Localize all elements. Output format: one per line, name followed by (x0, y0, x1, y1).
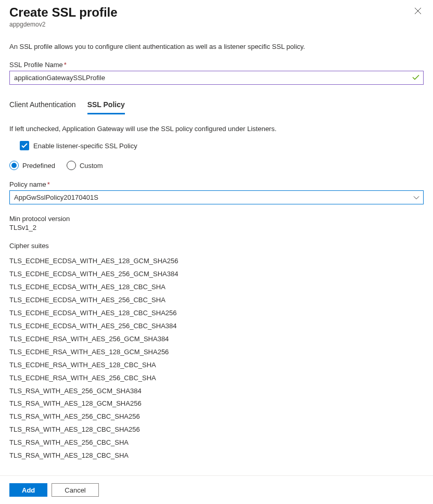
profile-name-label: SSL Profile Name* (9, 61, 424, 69)
cipher-suite-item: TLS_ECDHE_ECDSA_WITH_AES_256_CBC_SHA (9, 294, 424, 307)
policy-name-select[interactable]: AppGwSslPolicy20170401S (9, 190, 424, 204)
add-button[interactable]: Add (9, 483, 47, 497)
policy-name-label: Policy name* (9, 180, 424, 188)
radio-icon (67, 161, 76, 170)
radio-icon (9, 161, 19, 170)
checkmark-icon (412, 74, 419, 82)
cipher-suite-item: TLS_ECDHE_ECDSA_WITH_AES_256_GCM_SHA384 (9, 268, 424, 281)
page-title: Create SSL profile (9, 5, 118, 20)
checkmark-icon (21, 142, 28, 150)
cipher-suite-item: TLS_RSA_WITH_AES_256_GCM_SHA384 (9, 385, 424, 398)
cipher-suites-list: TLS_ECDHE_ECDSA_WITH_AES_128_GCM_SHA256T… (9, 255, 424, 462)
cipher-suite-item: TLS_ECDHE_RSA_WITH_AES_128_GCM_SHA256 (9, 346, 424, 359)
cipher-suite-item: TLS_ECDHE_RSA_WITH_AES_256_CBC_SHA (9, 372, 424, 385)
enable-listener-label: Enable listener-specific SSL Policy (33, 142, 137, 150)
cipher-suites-label: Cipher suites (9, 242, 424, 250)
cipher-suite-item: TLS_RSA_WITH_AES_128_GCM_SHA256 (9, 397, 424, 410)
cipher-suite-item: TLS_RSA_WITH_AES_256_CBC_SHA (9, 436, 424, 449)
min-protocol-label: Min protocol version (9, 215, 424, 223)
radio-predefined-label: Predefined (22, 162, 55, 170)
cancel-button[interactable]: Cancel (52, 483, 98, 497)
tab-description: If left unchecked, Application Gateway w… (9, 125, 424, 133)
radio-predefined[interactable]: Predefined (9, 161, 55, 170)
tab-client-authentication[interactable]: Client Authentication (9, 98, 76, 114)
radio-custom[interactable]: Custom (67, 161, 103, 170)
cipher-suite-item: TLS_ECDHE_ECDSA_WITH_AES_128_CBC_SHA256 (9, 307, 424, 320)
min-protocol-value: TLSv1_2 (9, 224, 424, 231)
close-icon (414, 7, 422, 16)
tab-ssl-policy[interactable]: SSL Policy (87, 98, 125, 114)
cipher-suite-item: TLS_ECDHE_ECDSA_WITH_AES_128_CBC_SHA (9, 281, 424, 294)
close-button[interactable] (412, 5, 424, 19)
cipher-suite-item: TLS_ECDHE_RSA_WITH_AES_256_GCM_SHA384 (9, 333, 424, 346)
profile-name-input[interactable] (9, 71, 424, 85)
page-subtitle: appgdemov2 (9, 21, 118, 28)
cipher-suite-item: TLS_RSA_WITH_AES_128_CBC_SHA (9, 449, 424, 462)
page-description: An SSL profile allows you to configure c… (9, 43, 424, 50)
cipher-suite-item: TLS_ECDHE_ECDSA_WITH_AES_128_GCM_SHA256 (9, 255, 424, 268)
radio-custom-label: Custom (80, 162, 103, 170)
enable-listener-checkbox[interactable] (20, 141, 29, 150)
cipher-suite-item: TLS_RSA_WITH_AES_256_CBC_SHA256 (9, 410, 424, 423)
cipher-suite-item: TLS_ECDHE_ECDSA_WITH_AES_256_CBC_SHA384 (9, 320, 424, 333)
cipher-suite-item: TLS_ECDHE_RSA_WITH_AES_128_CBC_SHA (9, 359, 424, 372)
chevron-down-icon (413, 193, 419, 201)
policy-name-value: AppGwSslPolicy20170401S (14, 193, 98, 201)
cipher-suite-item: TLS_RSA_WITH_AES_128_CBC_SHA256 (9, 423, 424, 436)
